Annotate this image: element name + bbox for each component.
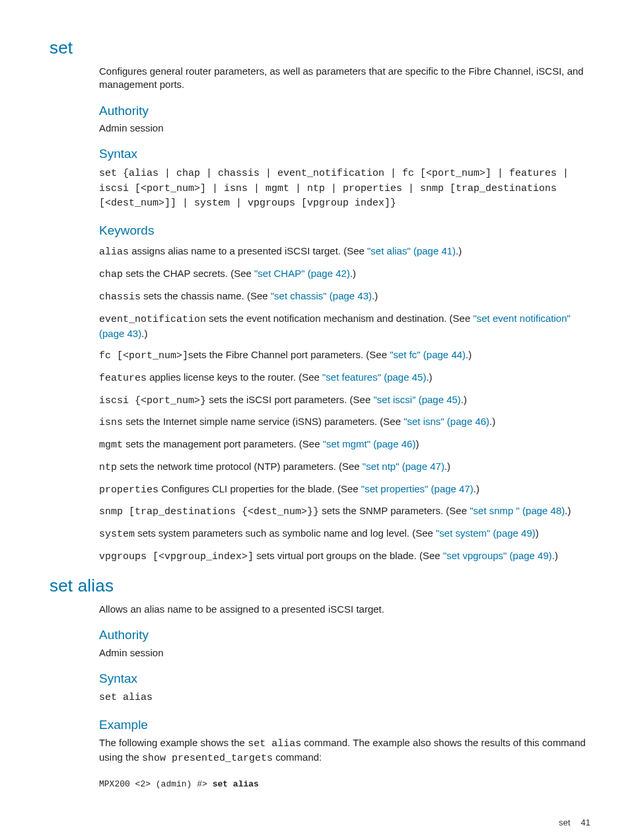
keyword-desc-after: ) [536,527,539,539]
keyword-code: alias [99,247,129,258]
keyword-link[interactable]: "set mgmt" (page 46) [323,438,416,449]
set-alias-description: Allows an alias name to be assigned to a… [99,603,590,616]
keyword-link[interactable]: "set snmp " (page 48) [470,505,565,516]
keyword-item: ntp sets the network time protocol (NTP)… [99,459,590,475]
footer-page: 41 [581,818,590,827]
keyword-link[interactable]: "set features" (page 45) [322,371,426,383]
keyword-desc-after: .) [473,483,479,494]
example-cmd: set alias [213,779,259,789]
syntax-code: set {alias | chap | chassis | event_noti… [99,167,590,211]
keyword-link[interactable]: "set iscsi" (page 45) [373,394,460,405]
keyword-desc-after: .) [489,416,495,427]
keyword-item: system sets system parameters such as sy… [99,526,590,542]
keyword-link[interactable]: "set system" (page 49) [436,527,536,539]
keyword-code: iscsi {<port_num>} [99,395,206,406]
keyword-desc-before: sets the iSCSI port parameters. (See [206,394,373,405]
authority-alias-text: Admin session [99,646,590,660]
keyword-link[interactable]: "set CHAP" (page 42) [254,268,350,279]
keyword-item: chap sets the CHAP secrets. (See "set CH… [99,266,590,282]
syntax-alias-code: set alias [99,691,590,706]
page-footer: set41 [50,817,590,829]
example-prompt: MPX200 <2> (admin) #> [99,779,213,789]
keywords-list: alias assigns alias name to a presented … [99,244,590,564]
example-intro-code1: set alias [248,738,301,749]
heading-authority: Authority [99,102,590,120]
keyword-desc-before: sets system parameters such as symbolic … [135,527,436,539]
keyword-desc-before: assigns alias name to a presented iSCSI … [129,245,367,256]
footer-label: set [559,818,570,827]
keyword-code: properties [99,484,158,496]
example-intro-before: The following example shows the [99,737,248,748]
example-intro: The following example shows the set alia… [99,736,590,766]
keyword-code: fc [<port_num>] [99,350,188,362]
heading-authority-alias: Authority [99,627,590,644]
keyword-item: vpgroups [<vpgroup_index>] sets virtual … [99,549,590,564]
keyword-code: isns [99,417,123,428]
keyword-item: properties Configures CLI properties for… [99,482,590,498]
example-code-block: MPX200 <2> (admin) #> set alias [99,779,590,790]
keyword-code: snmp [trap_destinations {<dest_num>}} [99,506,319,517]
keyword-desc-after: ) [415,438,419,449]
keyword-desc-after: .) [456,245,462,256]
keyword-link[interactable]: "set ntp" (page 47) [363,461,444,472]
keyword-desc-after: .) [141,328,147,339]
keyword-code: event_notification [99,314,206,325]
keyword-link[interactable]: "set vpgroups" (page 49) [443,550,552,561]
keyword-link[interactable]: "set chassis" (page 43) [271,290,372,301]
keyword-desc-before: sets the event notification mechanism an… [206,313,473,324]
keyword-desc-after: .) [426,371,432,383]
keyword-desc-before: sets virtual port groups on the blade. (… [254,550,443,561]
example-intro-after: command: [273,751,322,763]
keyword-link[interactable]: "set fc" (page 44) [390,349,466,360]
keyword-desc-before: Configures CLI properties for the blade.… [158,483,361,494]
keyword-item: fc [<port_num>]sets the Fibre Channel po… [99,348,590,363]
keyword-item: snmp [trap_destinations {<dest_num>}} se… [99,504,590,519]
set-description: Configures general router parameters, as… [99,65,590,92]
keyword-code: system [99,529,135,540]
keyword-desc-before: applies license keys to the router. (See [147,371,322,383]
keyword-code: chassis [99,291,141,303]
keyword-desc-after: .) [350,268,356,279]
keyword-desc-before: sets the chassis name. (See [141,290,271,301]
keyword-link[interactable]: "set properties" (page 47) [361,483,473,494]
keyword-item: isns sets the Internet simple name servi… [99,414,590,430]
heading-example: Example [99,716,590,734]
keyword-code: chap [99,269,123,280]
keyword-desc-before: sets the Fibre Channel port parameters. … [188,349,390,360]
authority-text: Admin session [99,122,590,135]
heading-syntax: Syntax [99,145,590,163]
keyword-item: iscsi {<port_num>} sets the iSCSI port p… [99,393,590,408]
example-intro-code2: show presented_targets [142,753,273,764]
heading-keywords: Keywords [99,222,590,239]
keyword-desc-before: sets the SNMP parameters. (See [319,505,470,516]
keyword-desc-after: .) [552,550,558,561]
keyword-desc-after: .) [461,394,467,405]
keyword-desc-after: .) [444,461,450,472]
keyword-link[interactable]: "set alias" (page 41) [367,245,456,256]
keyword-link[interactable]: "set isns" (page 46) [403,416,489,427]
keyword-code: mgmt [99,439,123,451]
keyword-desc-before: sets the Internet simple name service (i… [123,416,403,427]
keyword-code: vpgroups [<vpgroup_index>] [99,551,254,562]
keyword-desc-before: sets the CHAP secrets. (See [123,268,254,279]
keyword-desc-before: sets the network time protocol (NTP) par… [117,461,363,472]
keyword-code: ntp [99,462,117,473]
keyword-item: event_notification sets the event notifi… [99,311,590,342]
keyword-code: features [99,373,147,384]
keyword-desc-before: sets the management port parameters. (Se… [123,438,323,449]
keyword-item: alias assigns alias name to a presented … [99,244,590,260]
keyword-desc-after: .) [565,505,571,516]
keyword-desc-after: .) [372,290,378,301]
heading-syntax-alias: Syntax [99,670,590,687]
keyword-item: features applies license keys to the rou… [99,370,590,386]
heading-set-alias: set alias [50,574,590,597]
heading-set: set [50,36,590,59]
keyword-item: chassis sets the chassis name. (See "set… [99,289,590,305]
keyword-item: mgmt sets the management port parameters… [99,437,590,453]
keyword-desc-after: .) [466,349,472,360]
